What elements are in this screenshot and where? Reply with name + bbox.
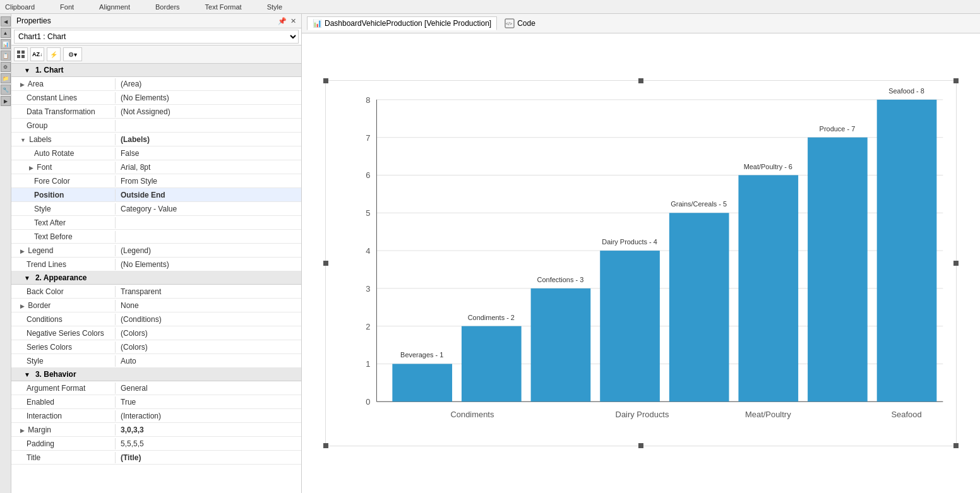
- prop-constant-lines-value: (No Elements): [116, 92, 301, 104]
- prop-group-name: Group: [11, 120, 116, 131]
- prop-auto-rotate-value: False: [116, 148, 301, 159]
- border-expand-arrow[interactable]: ▶: [20, 303, 25, 309]
- prop-auto-rotate-name: Auto Rotate: [11, 148, 116, 159]
- resize-handle-bl[interactable]: [323, 443, 328, 448]
- section-chart[interactable]: ▼ 1. Chart: [11, 64, 301, 77]
- prop-title-value: (Title): [116, 452, 301, 463]
- icon-bar-item-5[interactable]: ⚙: [1, 62, 11, 72]
- icon-bar-item-2[interactable]: ▲: [1, 28, 11, 38]
- dashboard-tab[interactable]: 📊 DashboardVehicleProduction [Vehicle Pr…: [307, 16, 497, 30]
- prop-fore-color: Fore Color From Style: [11, 174, 301, 188]
- icon-bar-item-3[interactable]: 📊: [1, 39, 11, 49]
- props-grid-btn[interactable]: [14, 47, 28, 61]
- svg-rect-0: [17, 50, 20, 54]
- prop-style-appearance: Style Auto: [11, 354, 301, 368]
- toolbar-borders[interactable]: Borders: [155, 3, 180, 11]
- toolbar-text-format[interactable]: Text Format: [205, 3, 242, 11]
- properties-header-actions: 📌 ✕: [278, 17, 296, 25]
- prop-legend-name: ▶ Legend: [11, 245, 116, 256]
- font-expand-arrow[interactable]: ▶: [29, 165, 33, 171]
- prop-data-transformation-value: (Not Assigned): [116, 106, 301, 117]
- area-expand-arrow[interactable]: ▶: [20, 81, 25, 88]
- prop-font-value: Arial, 8pt: [116, 162, 301, 173]
- resize-handle-br[interactable]: [953, 443, 959, 448]
- prop-interaction-value: (Interaction): [116, 410, 301, 422]
- prop-group: Group: [11, 119, 301, 133]
- svg-text:Condiments - 2: Condiments - 2: [468, 314, 515, 321]
- prop-font: ▶ Font Arial, 8pt: [11, 160, 301, 174]
- prop-area-name: ▶ Area: [11, 78, 116, 90]
- labels-expand-arrow[interactable]: ▼: [20, 137, 26, 143]
- prop-text-before: Text Before: [11, 230, 301, 244]
- top-toolbar: Clipboard Font Alignment Borders Text Fo…: [0, 0, 980, 14]
- close-button[interactable]: ✕: [290, 17, 296, 25]
- prop-constant-lines-name: Constant Lines: [11, 92, 116, 104]
- resize-handle-ml[interactable]: [323, 261, 328, 266]
- svg-text:1: 1: [366, 359, 370, 369]
- icon-bar-item-4[interactable]: 📋: [1, 50, 11, 61]
- props-bolt-btn[interactable]: ⚡: [47, 47, 61, 61]
- svg-text:3: 3: [366, 284, 370, 294]
- prop-fore-color-name: Fore Color: [11, 175, 116, 187]
- svg-text:Grains/Cereals - 5: Grains/Cereals - 5: [671, 200, 727, 208]
- icon-bar-item-8[interactable]: ▶: [1, 96, 11, 106]
- prop-neg-series-colors-value: (Colors): [116, 328, 301, 339]
- resize-handle-mr[interactable]: [953, 261, 959, 266]
- resize-handle-tc[interactable]: [638, 78, 643, 83]
- section-appearance-label: 2. Appearance: [35, 273, 87, 282]
- prop-style-labels-value: Category - Value: [116, 203, 301, 215]
- svg-text:Seafood: Seafood: [891, 410, 921, 419]
- bar-confections[interactable]: [531, 288, 591, 401]
- chart-selector[interactable]: Chart1 : Chart: [14, 30, 299, 44]
- props-sort-btn[interactable]: AZ ↓: [30, 47, 44, 61]
- prop-border-value: None: [116, 300, 301, 311]
- toolbar-font[interactable]: Font: [60, 3, 74, 11]
- bar-grains-cereals[interactable]: [669, 213, 729, 401]
- svg-rect-3: [21, 55, 25, 58]
- prop-back-color: Back Color Transparent: [11, 285, 301, 299]
- section-chart-arrow: ▼: [24, 67, 30, 74]
- prop-conditions-value: (Conditions): [116, 314, 301, 325]
- bar-produce[interactable]: [808, 138, 868, 402]
- toolbar-clipboard[interactable]: Clipboard: [5, 3, 35, 11]
- prop-group-value: [116, 124, 301, 127]
- section-appearance[interactable]: ▼ 2. Appearance: [11, 271, 301, 285]
- legend-expand-arrow[interactable]: ▶: [20, 248, 25, 254]
- bar-meat-poultry[interactable]: [738, 175, 798, 401]
- prop-neg-series-colors-name: Negative Series Colors: [11, 328, 116, 339]
- resize-handle-tr[interactable]: [953, 78, 959, 83]
- pin-button[interactable]: 📌: [278, 17, 287, 25]
- icon-bar-item-6[interactable]: 📁: [1, 73, 11, 83]
- section-appearance-arrow: ▼: [24, 275, 30, 282]
- icon-bar-item-1[interactable]: ◀: [1, 16, 11, 27]
- properties-toolbar: AZ ↓ ⚡ ⚙▾: [11, 45, 301, 64]
- prop-conditions: Conditions (Conditions): [11, 312, 301, 326]
- resize-handle-bc[interactable]: [638, 443, 643, 448]
- prop-back-color-value: Transparent: [116, 286, 301, 297]
- bar-beverages[interactable]: [392, 364, 452, 401]
- svg-text:Meat/Poultry: Meat/Poultry: [745, 410, 791, 419]
- prop-style-appearance-name: Style: [11, 355, 116, 367]
- chart-svg: 0 1 2 3 4 5 6 7 8 9 Beverages - 1: [326, 81, 956, 446]
- margin-expand-arrow[interactable]: ▶: [20, 427, 25, 434]
- content-tabs: 📊 DashboardVehicleProduction [Vehicle Pr…: [302, 14, 980, 33]
- toolbar-alignment[interactable]: Alignment: [99, 3, 130, 11]
- prop-text-after-name: Text After: [11, 217, 116, 229]
- prop-margin-value: 3,0,3,3: [116, 424, 301, 436]
- section-behavior[interactable]: ▼ 3. Behavior: [11, 368, 301, 381]
- properties-panel: Properties 📌 ✕ Chart1 : Chart AZ ↓ ⚡ ⚙▾: [11, 14, 302, 493]
- properties-selector: Chart1 : Chart: [11, 28, 301, 45]
- prop-font-name: ▶ Font: [11, 162, 116, 173]
- code-tab[interactable]: </> Code: [499, 16, 541, 30]
- props-settings-btn[interactable]: ⚙▾: [63, 47, 82, 61]
- icon-bar-item-7[interactable]: 🔧: [1, 85, 11, 95]
- svg-rect-2: [17, 55, 20, 58]
- toolbar-style[interactable]: Style: [267, 3, 282, 11]
- prop-padding: Padding 5,5,5,5: [11, 437, 301, 451]
- bar-dairy-products[interactable]: [600, 251, 660, 401]
- prop-title-name: Title: [11, 452, 116, 463]
- bar-condiments[interactable]: [462, 326, 522, 402]
- chart-container: 0 1 2 3 4 5 6 7 8 9 Beverages - 1: [302, 33, 980, 493]
- bar-seafood[interactable]: [877, 100, 937, 401]
- resize-handle-tl[interactable]: [323, 78, 328, 83]
